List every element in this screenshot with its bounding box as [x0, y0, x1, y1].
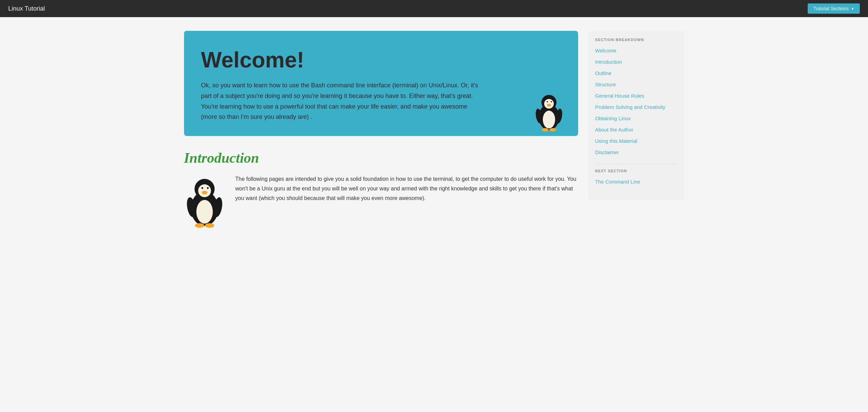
welcome-title: Welcome! [201, 48, 561, 72]
introduction-heading: Introduction [184, 150, 578, 166]
list-item: Disclaimer [595, 148, 677, 157]
introduction-section: Introduction [184, 150, 578, 229]
sidebar-link-obtaining-linux[interactable]: Obtaining Linux [595, 115, 631, 121]
page-layout: Welcome! Ok, so you want to learn how to… [177, 17, 691, 243]
svg-point-25 [205, 223, 214, 227]
sidebar-card: SECTION BREAKDOWN Welcome Introduction O… [588, 31, 684, 200]
svg-point-1 [543, 111, 555, 128]
sidebar: SECTION BREAKDOWN Welcome Introduction O… [588, 31, 684, 229]
sidebar-link-introduction[interactable]: Introduction [595, 59, 622, 65]
list-item: The Command Line [595, 177, 677, 186]
navbar-brand: Linux Tutorial [8, 5, 45, 12]
svg-point-12 [549, 128, 556, 132]
svg-point-18 [201, 187, 203, 189]
svg-point-21 [202, 191, 207, 195]
sidebar-link-using-material[interactable]: Using this Material [595, 138, 637, 144]
svg-point-8 [547, 104, 551, 107]
svg-point-20 [207, 187, 208, 189]
section-breakdown-links: Welcome Introduction Outline Structure G… [595, 46, 677, 157]
list-item: Introduction [595, 57, 677, 66]
sidebar-link-disclaimer[interactable]: Disclaimer [595, 149, 619, 155]
list-item: Outline [595, 68, 677, 78]
list-item: Using this Material [595, 136, 677, 146]
introduction-body: The following pages are intended to give… [235, 174, 578, 203]
tutorial-sections-button[interactable]: Tutorial Sections ▼ [808, 3, 860, 14]
sidebar-link-house-rules[interactable]: General House Rules [595, 93, 644, 99]
list-item: General House Rules [595, 91, 677, 100]
sidebar-link-welcome[interactable]: Welcome [595, 48, 616, 53]
svg-point-11 [542, 128, 549, 132]
chevron-down-icon: ▼ [851, 7, 854, 11]
tux-small-container [184, 174, 225, 229]
svg-point-7 [551, 101, 552, 102]
svg-point-5 [547, 101, 548, 102]
sidebar-link-outline[interactable]: Outline [595, 70, 612, 76]
tutorial-sections-label: Tutorial Sections [813, 6, 849, 11]
tux-large-icon [534, 91, 564, 133]
list-item: Problem Solving and Creativity [595, 102, 677, 112]
welcome-body: Ok, so you want to learn how to use the … [201, 80, 482, 122]
svg-point-24 [195, 223, 204, 227]
list-item: About the Author [595, 125, 677, 134]
welcome-card: Welcome! Ok, so you want to learn how to… [184, 31, 578, 136]
sidebar-link-about-author[interactable]: About the Author [595, 127, 634, 133]
next-section-links: The Command Line [595, 177, 677, 186]
list-item: Structure [595, 80, 677, 89]
next-section-label: NEXT SECTION [595, 169, 677, 173]
svg-point-14 [196, 200, 213, 223]
sidebar-link-problem-solving[interactable]: Problem Solving and Creativity [595, 104, 665, 110]
list-item: Welcome [595, 46, 677, 55]
sidebar-link-command-line[interactable]: The Command Line [595, 179, 640, 185]
main-content: Welcome! Ok, so you want to learn how to… [184, 31, 578, 229]
sidebar-link-structure[interactable]: Structure [595, 82, 616, 87]
section-breakdown-label: SECTION BREAKDOWN [595, 38, 677, 42]
sidebar-divider [595, 164, 677, 164]
navbar: Linux Tutorial Tutorial Sections ▼ [0, 0, 868, 17]
tux-small-icon [184, 174, 225, 229]
list-item: Obtaining Linux [595, 114, 677, 123]
intro-body: The following pages are intended to give… [184, 174, 578, 229]
